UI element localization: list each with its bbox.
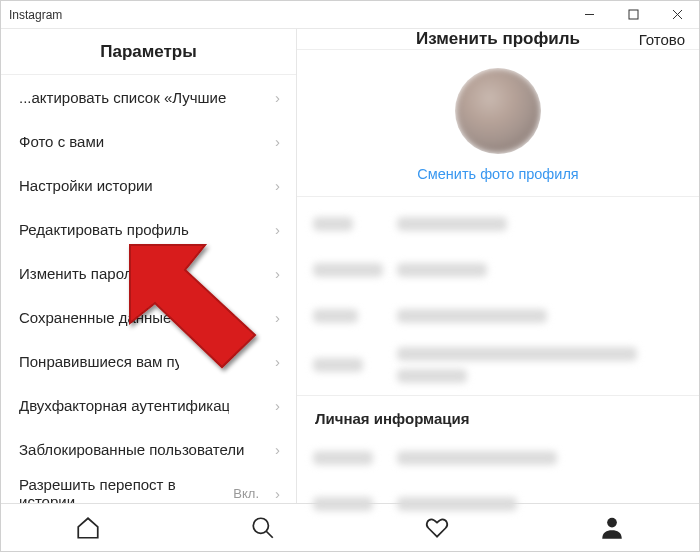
field-label-blur [313,451,373,465]
chevron-right-icon: › [275,309,280,326]
nav-search[interactable] [249,514,277,542]
chevron-right-icon: › [275,353,280,370]
chevron-right-icon: › [275,397,280,414]
chevron-right-icon: › [275,265,280,282]
profile-fields: Личная информация [297,197,699,531]
settings-sidebar: Параметры ...актировать список «Лучшие д… [1,29,297,503]
chevron-right-icon: › [275,441,280,458]
field-label-blur [313,217,353,231]
window-titlebar: Instagram [1,1,699,29]
settings-list: ...актировать список «Лучшие друзья» › Ф… [1,75,296,503]
field-row-website[interactable] [297,293,699,339]
sidebar-item-allow-story-reshare[interactable]: Разрешить перепост в истории Вкл.› [1,471,296,503]
sidebar-item-photos-of-you[interactable]: Фото с вами › [1,119,296,163]
sidebar-item-blocked-users[interactable]: Заблокированные пользователи › [1,427,296,471]
minimize-button[interactable] [567,1,611,28]
heart-icon [424,515,450,541]
sidebar-item-label: ...актировать список «Лучшие друзья» [19,89,229,106]
field-label-blur [313,309,358,323]
sidebar-item-label: Настройки истории [19,177,153,194]
sidebar-item-label: Сохраненные данные [19,309,171,326]
nav-profile[interactable] [598,514,626,542]
chevron-right-icon: › [275,89,280,106]
field-value-blur [397,451,557,465]
field-value-blur [397,263,487,277]
svg-point-6 [607,517,617,527]
field-value-blur [397,497,517,511]
chevron-right-icon: › [275,177,280,194]
profile-icon [599,515,625,541]
content-title: Изменить профиль [416,29,580,49]
sidebar-item-posts-liked[interactable]: Понравившиеся вам публикации › [1,339,296,383]
profile-photo-section: Сменить фото профиля [297,50,699,197]
sidebar-item-best-friends[interactable]: ...актировать список «Лучшие друзья» › [1,75,296,119]
home-icon [75,515,101,541]
maximize-button[interactable] [611,1,655,28]
sidebar-title: Параметры [1,29,296,75]
sidebar-item-trailing-text: Вкл. [233,486,259,501]
field-row-email[interactable] [297,435,699,481]
window-controls [567,1,699,28]
nav-home[interactable] [74,514,102,542]
change-photo-link[interactable]: Сменить фото профиля [417,166,578,182]
sidebar-item-change-password[interactable]: Изменить пароль › [1,251,296,295]
chevron-right-icon: › [275,485,280,502]
svg-point-4 [253,518,268,533]
field-row-username[interactable] [297,247,699,293]
sidebar-item-story-settings[interactable]: Настройки истории › [1,163,296,207]
sidebar-item-label: Фото с вами [19,133,104,150]
personal-info-heading: Личная информация [297,396,699,435]
sidebar-item-label: Редактировать профиль [19,221,189,238]
field-label-blur [313,497,373,511]
field-value-blur [397,347,637,361]
sidebar-item-edit-profile[interactable]: Редактировать профиль › [1,207,296,251]
sidebar-item-label: Разрешить перепост в истории [19,476,233,503]
chevron-right-icon: › [275,133,280,150]
edit-profile-panel: Изменить профиль Готово Сменить фото про… [297,29,699,503]
sidebar-item-two-factor[interactable]: Двухфакторная аутентификация › [1,383,296,427]
window-title: Instagram [9,8,62,22]
svg-rect-1 [629,10,638,19]
avatar[interactable] [455,68,541,154]
close-button[interactable] [655,1,699,28]
field-value-blur [397,369,467,383]
field-label-blur [313,263,383,277]
field-row-bio[interactable] [297,339,699,391]
sidebar-item-label: Заблокированные пользователи [19,441,244,458]
chevron-right-icon: › [275,221,280,238]
field-row-name[interactable] [297,201,699,247]
svg-line-5 [266,531,273,538]
field-label-blur [313,358,363,372]
search-icon [250,515,276,541]
sidebar-item-label: Двухфакторная аутентификация [19,397,229,414]
sidebar-item-saved-data[interactable]: Сохраненные данные › [1,295,296,339]
done-button[interactable]: Готово [639,31,685,48]
field-value-blur [397,309,547,323]
sidebar-item-label: Изменить пароль [19,265,140,282]
content-header: Изменить профиль Готово [297,29,699,50]
nav-activity[interactable] [423,514,451,542]
field-row-phone[interactable] [297,481,699,527]
field-value-blur [397,217,507,231]
sidebar-item-label: Понравившиеся вам публикации [19,353,179,370]
